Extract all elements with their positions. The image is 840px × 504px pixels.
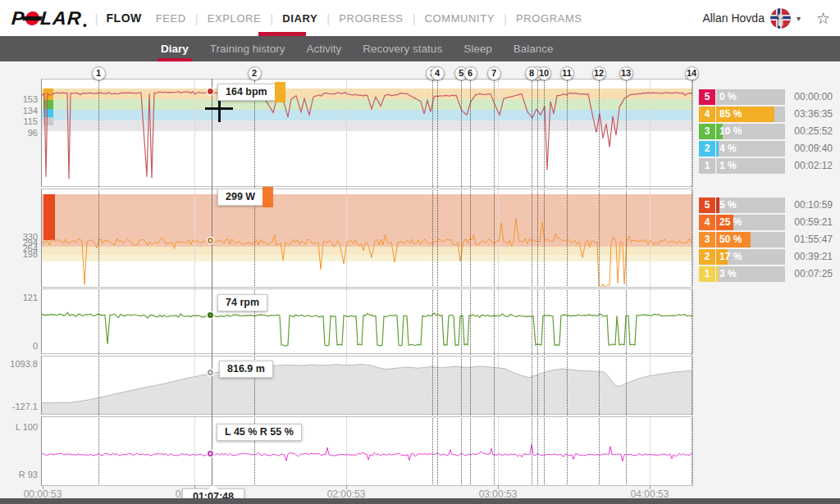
hr-zone-row-2: 24 %00:09:40 <box>699 141 833 157</box>
balance-y-tick-1: R 93 <box>0 470 38 479</box>
lap-marker-11[interactable]: 11 <box>560 66 574 80</box>
nav-item-programs[interactable]: PROGRAMS <box>509 12 590 25</box>
nav-item-feed[interactable]: FEED <box>148 12 194 25</box>
user-name: Allan Hovda <box>702 11 765 25</box>
power-zone-bar-fill <box>716 266 719 282</box>
power-zones-table: 55 %00:10:59425 %00:59:21350 %01:55:4721… <box>699 198 833 284</box>
power-y-tick-3: 198 <box>0 249 38 259</box>
hr-zone-percent: 85 % <box>719 107 742 122</box>
user-menu[interactable]: Allan Hovda ▾ ☆ <box>702 0 830 36</box>
subnav-tab-diary[interactable]: Diary <box>150 36 199 61</box>
power-zone-chip-4: 4 <box>699 215 715 230</box>
lap-marker-6[interactable]: 6 <box>463 66 477 80</box>
subnav-tab-training-history[interactable]: Training history <box>199 36 296 61</box>
nav-separator: | <box>326 11 330 25</box>
power-zone-row-3: 350 %01:55:47 <box>699 232 833 247</box>
nav-item-explore[interactable]: EXPLORE <box>200 12 269 25</box>
polar-logo[interactable]: PLAR <box>11 7 88 30</box>
heart_rate-y-tick-3: 96 <box>0 128 38 138</box>
power-zone-percent: 5 % <box>719 198 737 213</box>
logo-registered-dot <box>83 24 86 27</box>
lap-marker-2[interactable]: 2 <box>248 66 262 80</box>
hr-zone-percent: 1 % <box>719 158 737 174</box>
power-zone-time: 00:39:21 <box>794 249 833 265</box>
chart-balance[interactable] <box>41 416 693 486</box>
power-zone-time: 01:55:47 <box>794 232 833 247</box>
tooltip-heart-rate: 164 bpm <box>217 84 276 101</box>
nav-item-progress[interactable]: PROGRESS <box>331 12 410 25</box>
heart_rate-y-tick-1: 134 <box>0 106 38 116</box>
subnav-tab-sleep[interactable]: Sleep <box>453 36 503 61</box>
lap-marker-4[interactable]: 4 <box>431 66 445 80</box>
cursor-dot-balance <box>208 451 213 456</box>
flow-label[interactable]: FLOW <box>107 11 142 25</box>
mouse-crosshair-icon <box>205 107 233 110</box>
heart_rate-y-tick-0: 153 <box>0 94 38 104</box>
lap-line-14 <box>692 79 692 486</box>
lap-line-4 <box>437 79 438 486</box>
polar-logo-o-icon <box>25 11 40 25</box>
chart-power[interactable] <box>41 188 693 288</box>
nav-item-community[interactable]: COMMUNITY <box>418 12 503 25</box>
user-menu-caret-icon[interactable]: ▾ <box>797 14 801 23</box>
nav-separator: | <box>95 11 98 25</box>
power-zone-chip-1: 1 <box>699 266 715 282</box>
power-zone-percent: 50 % <box>719 232 742 247</box>
lap-line-10 <box>544 79 545 486</box>
power-zone-chip-3: 3 <box>699 232 715 247</box>
tooltip-power: 299 W <box>217 188 263 206</box>
heart-rate-zones-table: 50 %00:00:00485 %03:36:35310 %00:25:5224… <box>699 89 833 175</box>
nav-separator: | <box>195 11 199 25</box>
lap-line-7 <box>494 79 495 486</box>
lap-line-13 <box>626 79 627 486</box>
hr-zone-time: 00:09:40 <box>794 141 833 157</box>
tooltip-cadence: 74 rpm <box>217 294 267 311</box>
cursor-dot-altitude <box>208 370 213 375</box>
power-zone-chip-5: 5 <box>699 198 715 213</box>
power-zone-chip-2: 2 <box>699 249 715 265</box>
lap-marker-14[interactable]: 14 <box>685 66 699 80</box>
bottom-scroll-bar[interactable] <box>0 498 840 504</box>
lap-line-5 <box>461 79 462 486</box>
nav-item-diary[interactable]: DIARY <box>275 12 325 25</box>
lap-marker-13[interactable]: 13 <box>619 66 633 80</box>
tooltip-power-zone-tab <box>262 187 273 207</box>
power-zone-percent: 17 % <box>719 249 742 265</box>
lap-marker-1[interactable]: 1 <box>92 66 106 80</box>
diary-subnav: DiaryTraining historyActivityRecovery st… <box>0 36 840 61</box>
hr-zone-time: 00:00:00 <box>794 89 833 105</box>
cursor-line[interactable] <box>212 79 212 496</box>
lap-line-11 <box>567 79 568 486</box>
lap-line-8 <box>532 79 532 486</box>
subnav-tab-balance[interactable]: Balance <box>503 36 564 61</box>
power-zone-percent: 25 % <box>719 215 742 230</box>
power-zone-time: 00:07:25 <box>794 266 833 282</box>
hr-zone-row-5: 50 %00:00:00 <box>699 89 833 105</box>
power-zone-row-2: 217 %00:39:21 <box>699 249 833 265</box>
training-analysis-stage[interactable]: 1531341159633029426419812101093.8-127.1L… <box>0 61 840 504</box>
hr-zone-bar-fill <box>716 158 717 174</box>
logo-letters-lar: LAR <box>39 7 82 30</box>
nav-separator: | <box>413 11 416 25</box>
hr-zone-time: 00:02:12 <box>794 158 833 174</box>
favorite-star-icon[interactable]: ☆ <box>816 9 830 28</box>
lap-marker-10[interactable]: 10 <box>537 66 551 80</box>
hr-zone-percent: 0 % <box>719 89 737 105</box>
chart-altitude[interactable] <box>41 356 693 415</box>
chart-heart_rate[interactable] <box>41 79 693 187</box>
altitude-y-tick-1: -127.1 <box>0 402 38 411</box>
lap-line-12 <box>599 79 600 486</box>
top-nav: PLAR | FLOW FEED|EXPLORE|DIARY|PROGRESS|… <box>0 0 840 36</box>
lap-marker-8[interactable]: 8 <box>525 66 539 80</box>
nav-separator: | <box>270 11 273 25</box>
lap-marker-7[interactable]: 7 <box>487 66 501 80</box>
lap-line-9 <box>537 79 538 486</box>
hr-zone-chip-5: 5 <box>699 89 715 105</box>
subnav-tab-activity[interactable]: Activity <box>296 36 353 61</box>
lap-marker-12[interactable]: 12 <box>592 66 606 80</box>
hr-zone-chip-2: 2 <box>699 141 715 157</box>
power-zone-row-4: 425 %00:59:21 <box>699 215 833 230</box>
user-avatar[interactable] <box>770 8 791 29</box>
subnav-tab-recovery-status[interactable]: Recovery status <box>352 36 453 61</box>
chart-cadence[interactable] <box>41 288 693 354</box>
